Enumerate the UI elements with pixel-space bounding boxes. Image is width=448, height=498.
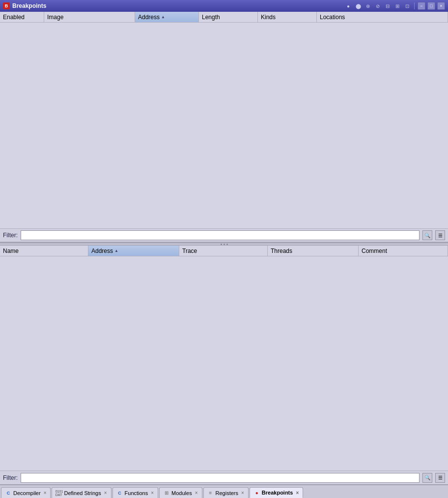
col-header-trace[interactable]: Trace: [179, 246, 268, 256]
tb-icon-6[interactable]: ⊞: [393, 2, 401, 10]
tab-modules-label: Modules: [171, 490, 192, 496]
bottom-table-body: [0, 256, 448, 470]
app-icon: B: [3, 2, 10, 9]
tab-decompiler[interactable]: C Decompiler ×: [1, 487, 51, 498]
col-header-threads[interactable]: Threads: [268, 246, 359, 256]
watchpoints-bottom-panel: Name Address ▲ Trace Threads Comment Fil…: [0, 246, 448, 484]
title-bar: B Breakpoints ● ⬤ ⊛ ⊘ ⊟ ⊞ ⊡ − □ ×: [0, 0, 448, 12]
tab-breakpoints[interactable]: ● Breakpoints ×: [250, 487, 303, 498]
tab-breakpoints-close[interactable]: ×: [296, 490, 299, 496]
tab-decompiler-close[interactable]: ×: [44, 490, 47, 496]
tb-icon-3[interactable]: ⊛: [364, 2, 372, 10]
top-filter-bar: Filter: 🔍 ☰: [0, 228, 448, 242]
tb-icon-2[interactable]: ⬤: [354, 2, 362, 10]
splitter-dot-3: [226, 244, 228, 245]
registers-icon: ≡: [208, 490, 214, 496]
bottom-filter-search-btn[interactable]: 🔍: [422, 473, 432, 483]
splitter-dot-1: [221, 244, 222, 245]
minimize-button[interactable]: −: [418, 2, 425, 10]
bottom-filter-bar: Filter: 🔍 ☰: [0, 470, 448, 484]
tab-bar: C Decompiler × 0101DAT Defined Strings ×…: [0, 484, 448, 498]
top-filter-label: Filter:: [3, 232, 18, 239]
tb-icon-5[interactable]: ⊟: [384, 2, 392, 10]
close-button[interactable]: ×: [437, 2, 445, 10]
tab-functions-label: Functions: [125, 490, 148, 496]
main-container: Enabled Image Address ▲ Length Kinds Loc…: [0, 12, 448, 498]
defined-strings-icon: 0101DAT: [56, 490, 62, 496]
top-filter-options-btn[interactable]: ☰: [435, 230, 445, 240]
splitter-dot-2: [224, 244, 225, 245]
tab-breakpoints-label: Breakpoints: [262, 490, 293, 496]
tab-registers-label: Registers: [216, 490, 238, 496]
separator: [414, 2, 415, 9]
tab-defined-strings[interactable]: 0101DAT Defined Strings ×: [52, 487, 111, 498]
breakpoints-top-panel: Enabled Image Address ▲ Length Kinds Loc…: [0, 12, 448, 243]
top-table-body: [0, 23, 448, 228]
col-header-name[interactable]: Name: [0, 246, 88, 256]
tb-icon-1[interactable]: ●: [344, 2, 352, 10]
sort-icon-address-top: ▲: [161, 15, 165, 19]
tab-registers-close[interactable]: ×: [241, 490, 244, 496]
breakpoints-icon: ●: [254, 490, 260, 496]
col-header-kinds[interactable]: Kinds: [258, 12, 317, 22]
tab-functions[interactable]: C Functions ×: [112, 487, 159, 498]
col-header-image[interactable]: Image: [44, 12, 135, 22]
decompiler-icon: C: [5, 490, 11, 496]
tab-modules-close[interactable]: ×: [195, 490, 198, 496]
top-filter-search-btn[interactable]: 🔍: [422, 230, 432, 240]
tab-functions-close[interactable]: ×: [151, 490, 154, 496]
bottom-filter-label: Filter:: [3, 474, 18, 481]
functions-icon: C: [117, 490, 123, 496]
splitter-dots: [221, 244, 228, 245]
col-header-address-top[interactable]: Address ▲: [135, 12, 199, 22]
modules-icon: ⊞: [164, 490, 169, 496]
maximize-button[interactable]: □: [427, 2, 435, 10]
tab-registers[interactable]: ≡ Registers ×: [203, 487, 249, 498]
top-filter-input[interactable]: [21, 230, 420, 240]
col-header-address-bot[interactable]: Address ▲: [88, 246, 179, 256]
window-title: Breakpoints: [12, 2, 46, 9]
tab-modules[interactable]: ⊞ Modules ×: [159, 487, 202, 498]
tab-defined-strings-label: Defined Strings: [64, 490, 101, 496]
bottom-table-header: Name Address ▲ Trace Threads Comment: [0, 246, 448, 256]
sort-icon-address-bot: ▲: [114, 249, 118, 253]
tb-icon-4[interactable]: ⊘: [374, 2, 382, 10]
toolbar-icons: ● ⬤ ⊛ ⊘ ⊟ ⊞ ⊡ − □ ×: [344, 2, 445, 10]
col-header-locations[interactable]: Locations: [317, 12, 448, 22]
tab-defined-strings-close[interactable]: ×: [104, 490, 107, 496]
col-header-enabled[interactable]: Enabled: [0, 12, 44, 22]
bottom-filter-options-btn[interactable]: ☰: [435, 473, 445, 483]
bottom-filter-input[interactable]: [21, 473, 420, 483]
col-header-comment[interactable]: Comment: [359, 246, 448, 256]
top-table-header: Enabled Image Address ▲ Length Kinds Loc…: [0, 12, 448, 23]
tab-decompiler-label: Decompiler: [13, 490, 41, 496]
col-header-length[interactable]: Length: [199, 12, 258, 22]
tb-icon-7[interactable]: ⊡: [403, 2, 411, 10]
title-bar-left: B Breakpoints: [3, 2, 46, 9]
